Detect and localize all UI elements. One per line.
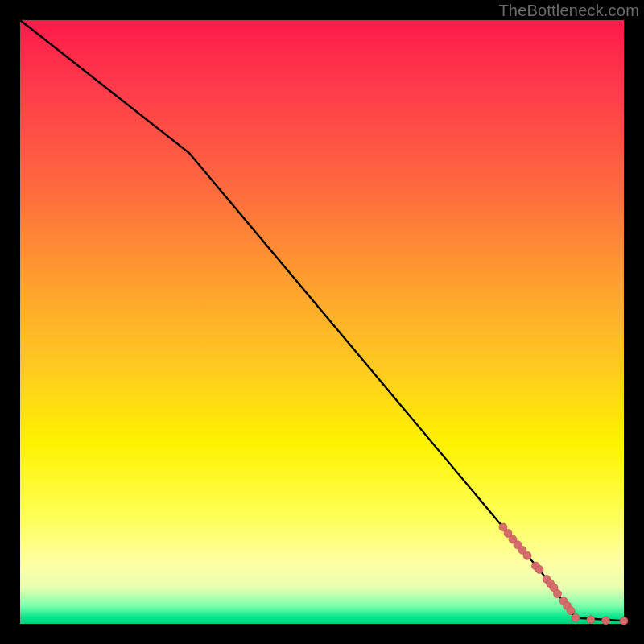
chart-overlay: [20, 20, 624, 624]
chart-frame: TheBottleneck.com: [0, 0, 644, 644]
data-marker: [620, 617, 628, 625]
data-marker: [554, 590, 562, 598]
data-marker: [587, 616, 595, 624]
data-marker: [523, 551, 531, 559]
data-marker: [572, 614, 580, 622]
data-marker: [567, 607, 575, 615]
curve-line: [20, 20, 624, 621]
data-markers: [499, 523, 628, 625]
data-marker: [602, 617, 610, 625]
data-marker: [535, 566, 543, 574]
watermark-text: TheBottleneck.com: [498, 2, 639, 20]
